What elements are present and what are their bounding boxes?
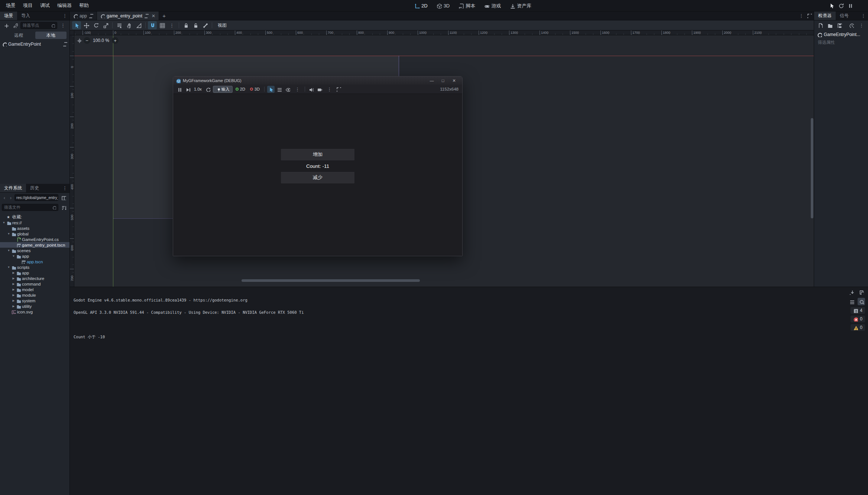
- tab-scene[interactable]: 场景: [0, 12, 17, 20]
- new-scene-tab-button[interactable]: +: [159, 12, 169, 20]
- fs-item-scenes[interactable]: ▼ scenes: [0, 248, 69, 253]
- fs-item-architecture[interactable]: ▶ architecture: [0, 276, 69, 281]
- visibility-button[interactable]: [284, 86, 292, 93]
- load-resource-button[interactable]: [826, 22, 834, 29]
- inspector-dock-menu-icon[interactable]: ⋮: [859, 12, 868, 20]
- chevron-right-icon[interactable]: ▶: [12, 305, 15, 308]
- tab-inspector[interactable]: 检查器: [814, 12, 836, 20]
- chevron-right-icon[interactable]: ▶: [12, 288, 15, 291]
- scene-filter-input[interactable]: 筛选节点: [20, 22, 57, 29]
- filesystem-dock-menu-icon[interactable]: ⋮: [60, 184, 69, 192]
- mute-audio-button[interactable]: [308, 86, 315, 93]
- remote-button[interactable]: 远程: [3, 32, 35, 39]
- chevron-right-icon[interactable]: ▶: [12, 293, 15, 297]
- fullscreen-button[interactable]: [335, 86, 343, 93]
- rotate-tool-button[interactable]: [91, 21, 100, 29]
- menu-scene[interactable]: 场景: [2, 1, 19, 10]
- fs-item-model[interactable]: ▶ model: [0, 287, 69, 292]
- scene-tab-game-entry-point[interactable]: game_entry_point ✕: [97, 12, 159, 20]
- move-tool-button[interactable]: [82, 21, 91, 29]
- tab-filesystem[interactable]: 文件系统: [0, 184, 26, 192]
- new-resource-button[interactable]: [816, 22, 824, 29]
- scene-tab-app[interactable]: app: [70, 12, 97, 20]
- list-select-tool-button[interactable]: [115, 21, 124, 29]
- chevron-right-icon[interactable]: ▶: [12, 299, 15, 302]
- lock-node-button[interactable]: [181, 21, 190, 29]
- toggle-split-mode-button[interactable]: [59, 194, 68, 201]
- chevron-right-icon[interactable]: ▶: [12, 271, 15, 274]
- zoom-out-button[interactable]: −: [84, 37, 90, 44]
- fs-item-icon-svg[interactable]: icon.svg: [0, 309, 69, 315]
- menu-editor[interactable]: 编辑器: [54, 1, 75, 10]
- close-tab-icon[interactable]: ✕: [150, 13, 155, 19]
- nav-forward-button[interactable]: ›: [8, 195, 13, 201]
- menu-help[interactable]: 帮助: [75, 1, 93, 10]
- instance-scene-button[interactable]: [11, 22, 19, 29]
- pause-icon[interactable]: [848, 3, 853, 9]
- update-spinner-icon[interactable]: [838, 3, 844, 9]
- tab-import[interactable]: 导入: [17, 12, 34, 20]
- error-count-badge[interactable]: 0: [851, 316, 865, 322]
- expand-editor-icon[interactable]: [807, 13, 812, 18]
- fs-item-utility[interactable]: ▶ utility: [0, 303, 69, 309]
- current-path-field[interactable]: res://global/game_entry_p: [14, 194, 58, 201]
- nav-back-button[interactable]: ‹: [2, 195, 7, 201]
- fs-item-scripts-app[interactable]: ▶ app: [0, 270, 69, 276]
- chevron-down-icon[interactable]: ▼: [7, 249, 10, 252]
- scale-tool-button[interactable]: [101, 21, 110, 29]
- camera-override-button[interactable]: [316, 86, 324, 93]
- workspace-script[interactable]: 脚本: [455, 1, 479, 11]
- increase-button[interactable]: 增加: [281, 149, 355, 161]
- attached-script-icon[interactable]: [63, 42, 67, 46]
- fs-item-res-root[interactable]: ▼ res://: [0, 220, 69, 225]
- file-filter-input[interactable]: 筛选文件: [2, 204, 58, 211]
- speed-multiplier-dropdown[interactable]: 1.0x: [192, 87, 203, 91]
- reset-speed-button[interactable]: [204, 86, 212, 93]
- center-view-icon[interactable]: [77, 38, 82, 43]
- fs-item-system[interactable]: ▶ system: [0, 298, 69, 303]
- zoom-level[interactable]: 100.0 %: [92, 38, 110, 43]
- fs-item-gameentrypoint-cs[interactable]: GameEntryPoint.cs: [0, 237, 69, 242]
- tab-list-menu-icon[interactable]: ⋮: [797, 13, 806, 19]
- pan-tool-button[interactable]: [124, 21, 133, 29]
- scene-tree-menu-icon[interactable]: ⋮: [58, 23, 68, 28]
- camera-override-2d[interactable]: 2D: [234, 87, 247, 91]
- fs-item-app-tscn[interactable]: app.tscn: [0, 259, 69, 264]
- workspace-assetlib[interactable]: 资产库: [506, 1, 535, 11]
- skeleton-options-button[interactable]: [201, 21, 210, 29]
- ruler-tool-button[interactable]: [134, 21, 143, 29]
- chevron-down-icon[interactable]: ▼: [7, 266, 10, 269]
- copy-log-button[interactable]: [858, 289, 865, 296]
- horizontal-scrollbar[interactable]: [242, 279, 420, 282]
- smart-snap-button[interactable]: [148, 21, 157, 29]
- workspace-2d[interactable]: 2D: [411, 1, 431, 10]
- fs-item-command[interactable]: ▶ command: [0, 281, 69, 287]
- select-tool-button[interactable]: [72, 21, 81, 29]
- fs-item-scripts[interactable]: ▼ scripts: [0, 264, 69, 270]
- property-filter-input[interactable]: 筛选属性: [814, 39, 868, 46]
- snap-options-menu-icon[interactable]: ⋮: [167, 23, 176, 28]
- game-window-titlebar[interactable]: MyGFrameworkGame (DEBUG) — □ ✕: [173, 76, 462, 85]
- log-search-button[interactable]: [858, 298, 865, 305]
- grid-snap-button[interactable]: [158, 21, 166, 29]
- decrease-button[interactable]: 减少: [281, 172, 355, 184]
- warning-count-badge[interactable]: 0: [851, 324, 865, 331]
- chevron-down-icon[interactable]: ▼: [2, 221, 6, 224]
- game-select-mode-button[interactable]: [267, 86, 275, 93]
- node-list-button[interactable]: [276, 86, 283, 93]
- game-debug-window[interactable]: MyGFrameworkGame (DEBUG) — □ ✕ 1.0x 输入 2…: [173, 76, 463, 256]
- scene-tree-root-item[interactable]: GameEntryPoint: [0, 40, 69, 48]
- history-button[interactable]: [847, 22, 855, 29]
- log-filter-button[interactable]: [848, 298, 855, 305]
- vertical-scrollbar[interactable]: [811, 118, 813, 218]
- view-menu-button[interactable]: 视图: [214, 22, 230, 29]
- save-log-button[interactable]: [848, 289, 855, 296]
- fs-item-game-entry-point-tscn[interactable]: game_entry_point.tscn: [0, 242, 69, 248]
- embed-options-menu-icon[interactable]: ⋮: [325, 87, 334, 92]
- local-button[interactable]: 本地: [35, 32, 67, 39]
- workspace-game[interactable]: 游戏: [480, 1, 505, 11]
- zoom-in-button[interactable]: +: [112, 37, 119, 44]
- camera-override-3d[interactable]: 3D: [248, 87, 262, 91]
- chevron-down-icon[interactable]: ▼: [12, 254, 15, 258]
- chevron-right-icon[interactable]: ▶: [12, 277, 15, 280]
